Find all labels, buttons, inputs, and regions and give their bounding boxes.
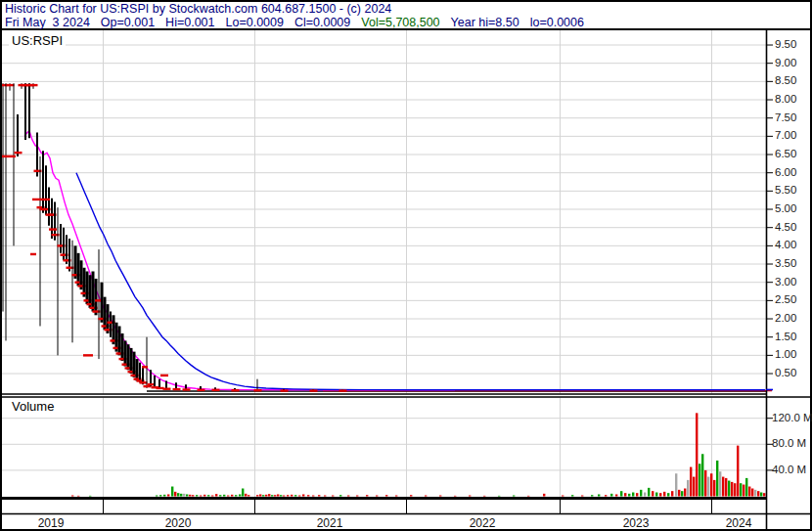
- close-dash: [32, 199, 50, 200]
- close-dash: [140, 381, 148, 383]
- close-dash: [183, 388, 191, 390]
- volume-bar: [245, 494, 247, 497]
- close-dash: [142, 366, 148, 368]
- close-dash: [95, 299, 101, 301]
- volume-bar: [498, 496, 500, 497]
- volume-bar: [615, 495, 617, 497]
- volume-bar: [663, 492, 665, 497]
- volume-bar: [719, 471, 721, 496]
- volume-bar: [192, 495, 194, 496]
- close-dash: [232, 389, 240, 391]
- volume-bar: [598, 495, 600, 497]
- volume-bar: [203, 495, 205, 497]
- volume-bar: [171, 487, 173, 497]
- volume-bar: [710, 473, 712, 496]
- volume-bar: [527, 496, 529, 497]
- volume-bar: [751, 489, 753, 497]
- volume-bar: [699, 464, 700, 496]
- volume-bar: [652, 491, 654, 496]
- volume-bar: [167, 495, 169, 497]
- volume-bar: [754, 490, 756, 497]
- volume-bar: [159, 495, 161, 496]
- close-dash: [0, 155, 16, 157]
- volume-bar: [640, 490, 642, 497]
- volume-bar: [737, 446, 739, 497]
- volume-bar: [543, 494, 545, 497]
- volume-bar: [242, 489, 244, 497]
- volume-bar: [620, 491, 622, 496]
- close-dash: [212, 389, 220, 391]
- close-dash: [254, 389, 262, 391]
- volume-bar: [707, 477, 709, 497]
- volume-bar: [298, 496, 300, 497]
- volume-bar: [294, 495, 296, 496]
- volume-bar: [757, 491, 759, 496]
- volume-bar: [425, 496, 427, 497]
- volume-bar: [177, 493, 179, 496]
- volume-bar: [274, 495, 276, 496]
- volume-bar: [667, 493, 669, 496]
- close-dash: [157, 387, 164, 389]
- volume-bar: [395, 496, 397, 497]
- volume-bar: [696, 413, 698, 496]
- ma-fast-line: [24, 131, 455, 390]
- volume-bar: [659, 493, 661, 496]
- close-dash: [310, 389, 318, 391]
- volume-bar: [731, 482, 733, 497]
- volume-bar: [763, 493, 765, 496]
- volume-bar: [636, 493, 638, 496]
- volume-bar: [280, 495, 282, 496]
- volume-bar: [211, 496, 213, 497]
- volume-bar: [287, 495, 289, 496]
- volume-bar: [571, 495, 573, 496]
- volume-bar: [743, 485, 744, 497]
- volume-bar: [385, 495, 387, 496]
- volume-bar: [684, 489, 686, 497]
- volume-bar: [163, 495, 165, 497]
- volume-bar: [189, 495, 191, 497]
- volume-bar: [219, 495, 221, 496]
- volume-bar: [283, 496, 285, 497]
- volume-bar: [223, 495, 225, 497]
- volume-bar: [376, 496, 378, 497]
- close-dash: [83, 354, 93, 356]
- close-dash: [160, 375, 168, 376]
- volume-bar: [760, 493, 762, 497]
- volume-bar: [624, 493, 626, 496]
- volume-bar: [227, 496, 229, 497]
- volume-bar: [248, 495, 249, 496]
- volume-bar: [89, 496, 91, 497]
- volume-bar: [302, 495, 304, 497]
- volume-bar: [681, 491, 683, 496]
- volume-bar: [268, 494, 270, 496]
- volume-bar: [318, 495, 320, 496]
- volume-bar: [77, 496, 79, 497]
- volume-bar: [271, 495, 273, 496]
- volume-bar: [704, 470, 706, 497]
- volume-bar: [186, 495, 188, 497]
- close-dash: [173, 388, 181, 390]
- volume-bar: [256, 495, 258, 496]
- volume-bar: [439, 496, 441, 497]
- volume-bar: [591, 495, 593, 496]
- close-dash: [7, 84, 15, 86]
- volume-bar: [366, 495, 368, 496]
- volume-bar: [71, 496, 73, 497]
- volume-bar: [231, 495, 233, 497]
- volume-bar: [259, 495, 261, 497]
- volume-bar: [671, 491, 673, 496]
- volume-bar: [605, 495, 607, 496]
- volume-bar: [693, 477, 695, 497]
- volume-bar: [215, 494, 217, 496]
- historic-chart-window: Historic Chart for US:RSPI by Stockwatch…: [0, 0, 812, 531]
- volume-bar: [687, 480, 689, 497]
- volume-bar: [690, 467, 692, 497]
- volume-bar: [324, 496, 326, 497]
- volume-bar: [628, 494, 630, 497]
- volume-bar: [356, 496, 358, 497]
- chart-canvas: [0, 0, 812, 531]
- volume-bar: [725, 478, 727, 497]
- volume-bar: [632, 493, 634, 497]
- volume-bar: [610, 494, 612, 497]
- volume-bar: [277, 495, 279, 497]
